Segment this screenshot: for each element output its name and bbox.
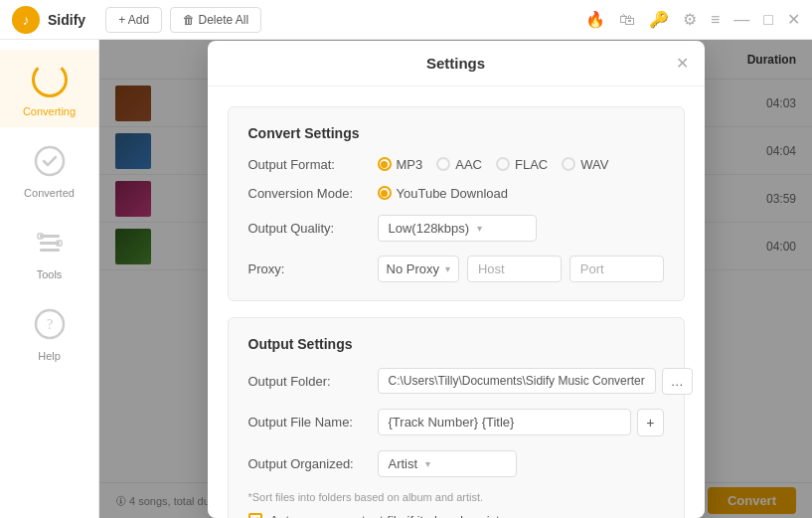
content-area: Duration 04:03 04:04 03:59	[99, 40, 812, 518]
modal-overlay[interactable]: Settings ✕ Convert Settings Output Forma…	[99, 40, 812, 518]
youtube-download-option[interactable]: YouTube Download	[378, 186, 509, 201]
convert-settings-section: Convert Settings Output Format: MP3	[228, 106, 685, 301]
output-filename-row: Output File Name: {Track Number} {Title}…	[248, 409, 664, 436]
output-settings-section: Output Settings Output Folder: C:\Users\…	[228, 317, 685, 518]
window-controls: 🔥 🛍 🔑 ⚙ ≡ — □ ✕	[585, 10, 800, 29]
conversion-mode-value: YouTube Download	[378, 186, 664, 201]
sidebar-label-tools: Tools	[37, 268, 63, 280]
output-folder-row: Output Folder: C:\Users\Tilly\Documents\…	[248, 368, 664, 395]
conversion-mode-label: Conversion Mode:	[248, 186, 378, 201]
output-quality-dropdown[interactable]: Low(128kbps) ▾	[378, 215, 537, 242]
gift-icon[interactable]: 🛍	[619, 11, 635, 29]
sidebar: Converting Converted	[0, 40, 99, 518]
settings-modal: Settings ✕ Convert Settings Output Forma…	[208, 41, 705, 518]
main-area: Converting Converted	[0, 40, 812, 518]
format-flac-label: FLAC	[515, 157, 548, 172]
proxy-host-input[interactable]: Host	[467, 256, 562, 282]
output-format-row: Output Format: MP3 AAC	[248, 157, 664, 172]
svg-rect-3	[40, 249, 60, 252]
output-filename-label: Output File Name:	[248, 415, 378, 430]
conversion-mode-row: Conversion Mode: YouTube Download	[248, 186, 664, 201]
modal-title: Settings	[228, 55, 685, 72]
radio-flac-circle	[496, 157, 510, 171]
svg-text:?: ?	[46, 317, 52, 332]
output-quality-label: Output Quality:	[248, 221, 378, 236]
output-settings-title: Output Settings	[248, 336, 664, 352]
sidebar-item-converting[interactable]: Converting	[0, 50, 98, 127]
auto-rename-row[interactable]: ✓ Auto rename output file if it already …	[248, 513, 664, 518]
output-organize-label: Output Organized:	[248, 456, 378, 471]
app-logo: ♪	[12, 6, 40, 34]
radio-aac-circle	[436, 157, 450, 171]
filename-input[interactable]: {Track Number} {Title}	[378, 409, 632, 435]
maximize-button[interactable]: □	[763, 11, 773, 29]
proxy-dropdown[interactable]: No Proxy ▾	[378, 256, 459, 282]
title-bar: ♪ Sidify + Add 🗑 Delete All 🔥 🛍 🔑 ⚙ ≡ — …	[0, 0, 812, 40]
format-wav-label: WAV	[580, 157, 608, 172]
format-mp3-label: MP3	[397, 157, 423, 172]
gear-icon[interactable]: ⚙	[683, 10, 697, 29]
sidebar-item-tools[interactable]: Tools	[0, 213, 98, 290]
format-flac-option[interactable]: FLAC	[496, 157, 548, 172]
format-wav-option[interactable]: WAV	[562, 157, 608, 172]
toolbar-actions: + Add 🗑 Delete All	[105, 7, 261, 33]
radio-youtube-circle	[378, 186, 392, 200]
folder-controls: C:\Users\Tilly\Documents\Sidify Music Co…	[378, 368, 693, 395]
sidebar-item-converted[interactable]: Converted	[0, 131, 98, 209]
output-format-label: Output Format:	[248, 157, 378, 172]
output-folder-label: Output Folder:	[248, 374, 378, 389]
sidebar-label-converting: Converting	[23, 105, 76, 117]
logo-icon: ♪	[23, 12, 30, 28]
proxy-controls: No Proxy ▾ Host Port	[378, 256, 664, 282]
app-name: Sidify	[48, 12, 85, 28]
tools-icon	[30, 223, 70, 262]
output-quality-value: Low(128kbps) ▾	[378, 215, 664, 242]
minimize-button[interactable]: —	[733, 11, 749, 29]
output-quality-row: Output Quality: Low(128kbps) ▾	[248, 215, 664, 242]
sidebar-item-help[interactable]: ? Help	[0, 294, 98, 372]
converting-icon	[30, 60, 70, 99]
youtube-download-label: YouTube Download	[397, 186, 509, 201]
auto-rename-checkbox[interactable]: ✓	[248, 513, 262, 518]
output-quality-text: Low(128kbps)	[389, 221, 470, 236]
close-button[interactable]: ✕	[787, 10, 800, 29]
proxy-port-placeholder: Port	[580, 261, 604, 276]
format-aac-label: AAC	[455, 157, 482, 172]
key-icon[interactable]: 🔑	[649, 10, 669, 29]
svg-point-0	[36, 147, 64, 175]
organize-value: Artist	[389, 456, 418, 471]
organize-dropdown[interactable]: Artist ▾	[378, 450, 517, 477]
app-window: ♪ Sidify + Add 🗑 Delete All 🔥 🛍 🔑 ⚙ ≡ — …	[0, 0, 812, 518]
modal-body: Convert Settings Output Format: MP3	[208, 86, 705, 518]
browse-folder-button[interactable]: …	[662, 368, 693, 395]
proxy-host-placeholder: Host	[478, 261, 505, 276]
sidebar-label-converted: Converted	[24, 187, 75, 199]
sidebar-label-help: Help	[38, 350, 61, 362]
proxy-value: No Proxy	[387, 261, 439, 276]
format-mp3-option[interactable]: MP3	[378, 157, 423, 172]
folder-path-display: C:\Users\Tilly\Documents\Sidify Music Co…	[378, 368, 656, 394]
menu-icon[interactable]: ≡	[711, 11, 720, 29]
organize-dropdown-arrow: ▾	[425, 458, 430, 469]
help-icon: ?	[30, 304, 70, 344]
filename-controls: {Track Number} {Title} +	[378, 409, 664, 436]
proxy-port-input[interactable]: Port	[569, 256, 664, 282]
delete-all-button[interactable]: 🗑 Delete All	[170, 7, 261, 33]
proxy-row: Proxy: No Proxy ▾ Host	[248, 256, 664, 282]
filename-add-button[interactable]: +	[637, 409, 663, 436]
convert-settings-title: Convert Settings	[248, 125, 664, 141]
checkbox-check-icon: ✓	[251, 515, 259, 518]
modal-close-button[interactable]: ✕	[676, 54, 689, 73]
quality-dropdown-arrow: ▾	[477, 223, 482, 234]
flame-icon[interactable]: 🔥	[585, 10, 605, 29]
modal-header: Settings ✕	[208, 41, 705, 86]
proxy-label: Proxy:	[248, 261, 378, 276]
radio-wav-circle	[562, 157, 575, 171]
sort-note: *Sort files into folders based on album …	[248, 491, 664, 503]
proxy-dropdown-arrow: ▾	[445, 263, 450, 274]
format-aac-option[interactable]: AAC	[436, 157, 482, 172]
format-radio-group: MP3 AAC FLAC	[378, 157, 664, 172]
radio-mp3-circle	[378, 157, 392, 171]
add-button[interactable]: + Add	[105, 7, 162, 33]
converted-icon	[30, 141, 70, 181]
